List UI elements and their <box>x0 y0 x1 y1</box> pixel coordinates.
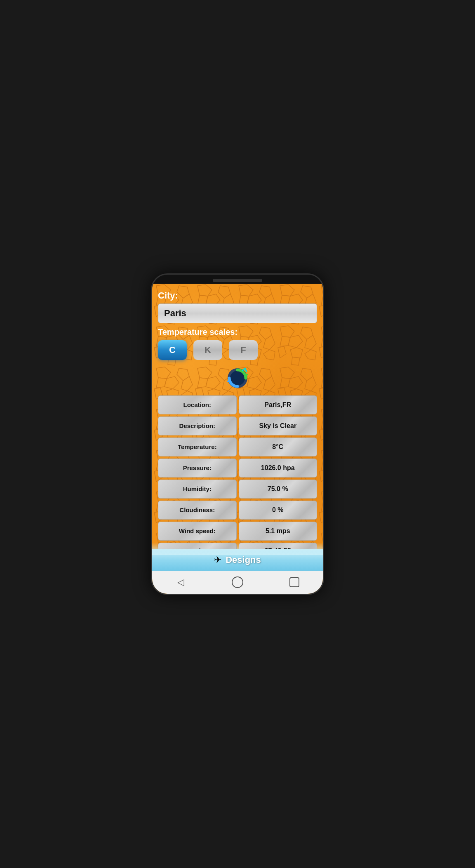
app-content: City: Paris Temperature scales: C K F <box>152 284 323 549</box>
table-row: Humidity: 75.0 % <box>158 480 317 499</box>
data-table: Location: Paris,FR Description: Sky is C… <box>158 395 317 549</box>
table-row: Temperature: 8°C <box>158 438 317 456</box>
nav-home-button[interactable] <box>228 573 247 591</box>
value-humidity: 75.0 % <box>239 480 317 499</box>
label-description: Description: <box>158 416 237 435</box>
nav-back-button[interactable]: ◁ <box>172 573 190 591</box>
value-wind-speed: 5.1 mps <box>239 522 317 541</box>
nav-bar: ◁ <box>152 571 323 594</box>
recents-icon <box>289 577 299 587</box>
value-cloudiness: 0 % <box>239 501 317 520</box>
label-location: Location: <box>158 395 237 414</box>
label-humidity: Humidity: <box>158 480 237 499</box>
label-pressure: Pressure: <box>158 459 237 478</box>
phone-frame: City: Paris Temperature scales: C K F <box>151 273 324 595</box>
scale-c-button[interactable]: C <box>158 340 187 360</box>
table-row: Cloudiness: 0 % <box>158 501 317 520</box>
table-row: Location: Paris,FR <box>158 395 317 414</box>
temp-scales-label: Temperature scales: <box>158 327 317 337</box>
designs-icon: ✈ <box>214 555 221 565</box>
city-input[interactable]: Paris <box>158 303 317 323</box>
value-description: Sky is Clear <box>239 416 317 435</box>
refresh-button[interactable] <box>158 365 317 391</box>
scales-row: C K F <box>158 340 317 360</box>
table-row: Wind speed: 5.1 mps <box>158 522 317 541</box>
phone-notch <box>213 279 262 282</box>
scale-f-button[interactable]: F <box>229 340 258 360</box>
scale-k-button[interactable]: K <box>193 340 222 360</box>
label-temperature: Temperature: <box>158 438 237 456</box>
table-row: Sunrise: 07:49:55 <box>158 543 317 549</box>
home-icon <box>232 576 243 588</box>
back-icon: ◁ <box>177 577 184 588</box>
value-location: Paris,FR <box>239 395 317 414</box>
phone-screen: City: Paris Temperature scales: C K F <box>152 284 323 594</box>
designs-label: Designs <box>226 555 261 565</box>
value-temperature: 8°C <box>239 438 317 456</box>
label-sunrise: Sunrise: <box>158 543 237 549</box>
nav-recents-button[interactable] <box>285 573 303 591</box>
value-pressure: 1026.0 hpa <box>239 459 317 478</box>
designs-bar[interactable]: ✈ Designs <box>152 549 323 571</box>
city-label: City: <box>158 290 317 301</box>
label-wind-speed: Wind speed: <box>158 522 237 541</box>
table-row: Description: Sky is Clear <box>158 416 317 435</box>
table-row: Pressure: 1026.0 hpa <box>158 459 317 478</box>
label-cloudiness: Cloudiness: <box>158 501 237 520</box>
value-sunrise: 07:49:55 <box>239 543 317 549</box>
